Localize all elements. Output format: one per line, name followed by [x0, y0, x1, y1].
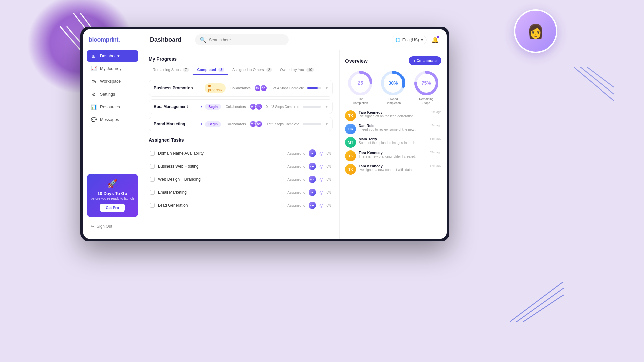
collaborator-avatars: MT TK — [249, 103, 263, 110]
stop-count: 0 of 3 Stops Complete — [266, 105, 299, 109]
avatar: TK — [255, 103, 263, 110]
task-percent: 0% — [327, 178, 331, 181]
tab-count: 2 — [266, 68, 272, 72]
card-name: Bus. Management — [154, 104, 197, 109]
tab-count: 3 — [218, 68, 224, 72]
progress-section-title: My Progress — [149, 56, 333, 62]
avatar: DR — [255, 120, 263, 128]
progress-card: Brand Marketing Begin Collaborators TK D… — [149, 117, 333, 131]
sidebar-item-label: My Journey — [100, 66, 122, 71]
message-preview: I've signed off on the lead generation d… — [359, 114, 419, 118]
profile-image: 👩 — [515, 11, 556, 52]
get-pro-button[interactable]: Get Pro — [100, 204, 125, 212]
progress-bar — [303, 123, 321, 125]
task-status-icon: ◎ — [319, 177, 323, 182]
language-selector[interactable]: 🌐 Eng (US) ▾ — [392, 36, 427, 44]
messages-icon: 💬 — [91, 117, 97, 123]
svg-line-7 — [574, 67, 614, 101]
promo-subtitle: before you're ready to launch — [91, 197, 134, 200]
sidebar-item-resources[interactable]: 📊 Resources — [87, 101, 138, 113]
notification-dot — [437, 36, 439, 38]
donut-wrap: 25 — [347, 70, 374, 97]
task-name: Web Design + Branding — [158, 177, 284, 182]
tab-assigned-others[interactable]: Assigned to Others 2 — [228, 66, 276, 75]
message-item[interactable]: DR Dan Reid I need you to review some of… — [345, 124, 441, 134]
logo-text: bloomprint. — [89, 36, 120, 43]
message-time: 1m ago — [431, 110, 441, 114]
chevron-down-icon: ▾ — [421, 38, 423, 42]
tab-count: 10 — [306, 68, 314, 72]
task-checkbox[interactable] — [150, 177, 155, 182]
donut-center: 25 — [358, 81, 363, 85]
progress-bar — [303, 106, 321, 108]
search-input[interactable] — [209, 38, 284, 42]
sender-name: Mark Terry — [359, 137, 427, 141]
app-logo: bloomprint. — [83, 36, 142, 50]
status-badge: In progress — [205, 83, 226, 93]
message-item[interactable]: TK Tara Kennedy There is new branding fo… — [345, 150, 441, 161]
sidebar-item-messages[interactable]: 💬 Messages — [87, 114, 138, 126]
message-time: 55m ago — [430, 150, 441, 154]
sign-out-item[interactable]: ↪ Sign Out — [83, 221, 142, 232]
collaborate-button[interactable]: + Collaborate — [409, 56, 441, 65]
plan-completion-chart: 25 PlanCompletion — [347, 70, 374, 105]
overview-header: Overview + Collaborate — [345, 56, 441, 65]
body-area: My Progress Remaining Stops 7 Completed … — [142, 50, 447, 239]
donut-percent: 75% — [422, 81, 431, 85]
overview-title: Overview — [345, 58, 368, 64]
sidebar-nav: ⊞ Dashboard 📈 My Journey 🛍 Workspace ⚙ S… — [83, 50, 142, 170]
tab-completed[interactable]: Completed 3 — [193, 66, 228, 75]
stop-count: 0 of 5 Stops Complete — [266, 122, 299, 126]
task-checkbox[interactable] — [150, 151, 155, 156]
sender-name: Dan Reid — [359, 124, 429, 128]
expand-icon[interactable]: ▾ — [326, 86, 328, 90]
assignee-avatar: TK — [309, 189, 316, 196]
progress-card: Business Promotion In progress Collabora… — [149, 80, 333, 97]
donut-percent: 25 — [358, 81, 363, 85]
task-checkbox[interactable] — [150, 164, 155, 169]
task-percent: 0% — [327, 152, 331, 155]
tab-label: Completed — [197, 68, 216, 72]
stop-count: 3 of 4 Stops Complete — [271, 86, 304, 90]
message-avatar: DR — [345, 124, 356, 134]
sidebar-item-label: Messages — [100, 117, 119, 122]
message-item[interactable]: MT Mark Terry Some of the uploaded image… — [345, 137, 441, 148]
message-item[interactable]: TK Tara Kennedy I've signed off on the l… — [345, 110, 441, 121]
svg-line-9 — [587, 67, 614, 87]
expand-icon[interactable]: ▾ — [326, 122, 328, 126]
assignee-avatar: TK — [309, 149, 316, 157]
language-label: Eng (US) — [402, 38, 419, 42]
task-checkbox[interactable] — [150, 190, 155, 195]
donut-wrap: 30% — [380, 70, 407, 97]
sidebar-item-settings[interactable]: ⚙ Settings — [87, 88, 138, 100]
laptop-frame: bloomprint. ⊞ Dashboard 📈 My Journey 🛍 W… — [80, 27, 449, 241]
message-avatar: TK — [345, 150, 356, 161]
task-status-icon: ◎ — [319, 164, 323, 169]
sidebar-item-journey[interactable]: 📈 My Journey — [87, 63, 138, 75]
notifications-button[interactable]: 🔔 — [431, 36, 439, 44]
search-bar[interactable]: 🔍 — [195, 34, 289, 45]
task-checkbox[interactable] — [150, 203, 155, 208]
assignee-avatar: DR — [309, 202, 316, 209]
assigned-to-label: Assigned to — [287, 204, 305, 207]
expand-icon[interactable]: ▾ — [326, 104, 328, 109]
message-preview: There is new branding folder I created f… — [359, 155, 419, 158]
task-status-icon: ◎ — [319, 203, 323, 208]
assigned-to-label: Assigned to — [287, 191, 305, 194]
workspace-icon: 🛍 — [91, 78, 97, 84]
collaborators-label: Collaborators — [230, 86, 250, 90]
message-item[interactable]: TK Tara Kennedy I've signed a new contra… — [345, 164, 441, 175]
tab-owned-by-you[interactable]: Owned by You 10 — [276, 66, 318, 75]
card-name: Business Promotion — [154, 86, 197, 90]
collaborators-label: Collaborators — [226, 122, 246, 126]
sidebar-item-dashboard[interactable]: ⊞ Dashboard — [87, 50, 138, 62]
sidebar-item-workspace[interactable]: 🛍 Workspace — [87, 75, 138, 87]
tab-remaining-stops[interactable]: Remaining Stops 7 — [149, 66, 193, 75]
assigned-to-label: Assigned to — [287, 152, 305, 155]
profile-avatar: 👩 — [514, 9, 557, 53]
status-dot — [201, 123, 202, 125]
status-badge: Begin — [205, 104, 221, 110]
header-right: 🌐 Eng (US) ▾ 🔔 — [392, 36, 439, 44]
right-panel: Overview + Collaborate — [339, 50, 447, 239]
journey-icon: 📈 — [91, 66, 97, 72]
